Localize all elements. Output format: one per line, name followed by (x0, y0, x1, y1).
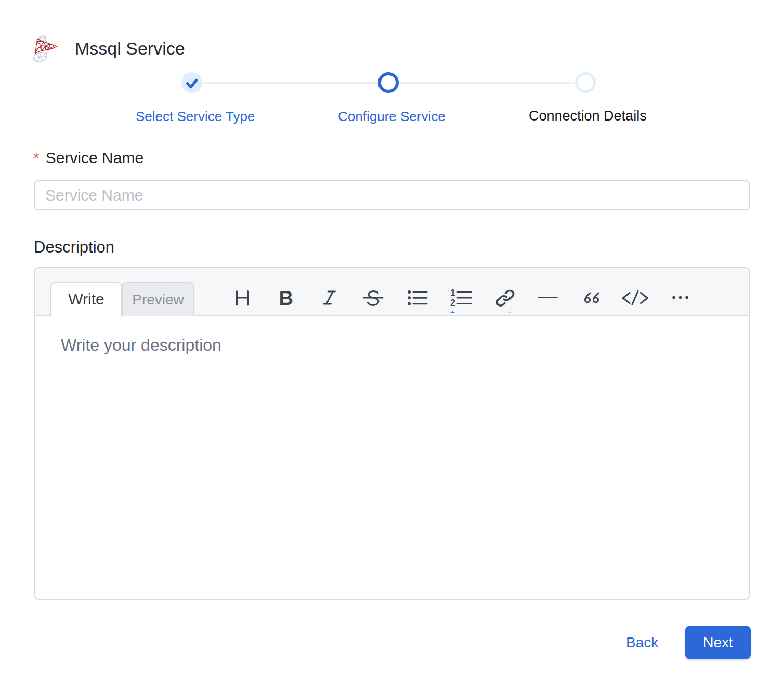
svg-text:1: 1 (450, 288, 455, 298)
svg-text:2: 2 (450, 298, 455, 308)
svg-text:B: B (279, 287, 293, 309)
